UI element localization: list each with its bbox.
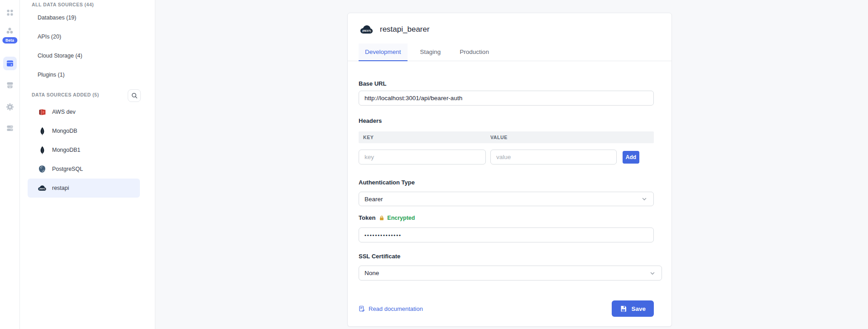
settings-icon[interactable] <box>3 100 17 114</box>
token-group: Token Encrypted •••••••••••••• <box>359 214 654 242</box>
header-value-input[interactable] <box>490 150 617 164</box>
data-sources-added-header: DATA SOURCES ADDED (5) <box>32 90 99 99</box>
sidebar-item-postgresql[interactable]: PostgreSQL <box>28 160 140 179</box>
encrypted-badge: Encrypted <box>379 215 415 221</box>
document-check-icon <box>359 305 365 312</box>
sidebar-item-plugins[interactable]: Plugins (1) <box>28 65 148 84</box>
server-icon <box>6 124 14 132</box>
grid-icon <box>6 9 14 16</box>
cluster-icon <box>6 27 14 34</box>
headers-label: Headers <box>359 117 382 124</box>
token-label-row: Token Encrypted <box>359 214 654 221</box>
sidebar-item-restapi[interactable]: {REST} restapi <box>28 179 140 198</box>
mongodb-icon <box>38 145 47 155</box>
auth-type-value: Bearer <box>364 196 383 203</box>
data-source-label: MongoDB <box>52 128 77 134</box>
tab-production[interactable]: Production <box>453 44 495 61</box>
header-kv-row: Add <box>359 150 654 164</box>
gear-icon <box>6 103 14 111</box>
added-data-sources-list: AWS dev MongoDB MongoDB1 <box>20 102 155 198</box>
aws-icon <box>38 107 47 116</box>
ssl-value: None <box>364 270 379 276</box>
category-label: APIs (20) <box>38 34 61 40</box>
save-label: Save <box>631 305 646 312</box>
sidebar-item-cloud-storage[interactable]: Cloud Storage (4) <box>28 46 148 65</box>
auth-type-group: Authentication Type Bearer <box>359 179 654 206</box>
value-column-header: VALUE <box>490 135 508 140</box>
chevron-down-icon <box>650 271 655 276</box>
search-button[interactable] <box>128 89 141 102</box>
data-source-config-panel: {REST} restapi_bearer Development Stagin… <box>347 13 672 327</box>
svg-text:{REST}: {REST} <box>39 188 45 190</box>
auth-type-select[interactable]: Bearer <box>359 192 654 206</box>
mongodb-icon <box>38 126 47 135</box>
category-list: Databases (19) APIs (20) Cloud Storage (… <box>20 8 155 84</box>
auth-type-label: Authentication Type <box>359 179 654 186</box>
sidebar-item-apis[interactable]: APIs (20) <box>28 27 148 46</box>
environment-tabs: Development Staging Production <box>348 44 671 61</box>
rest-api-icon: {REST} <box>38 184 47 193</box>
sidebar-item-mongodb[interactable]: MongoDB <box>28 121 140 140</box>
sidebar-item-aws-dev[interactable]: AWS dev <box>28 102 140 121</box>
workflows-icon[interactable] <box>3 24 17 38</box>
config-form: Base URL Headers KEY VALUE Add Authentic… <box>348 61 671 317</box>
storefront-icon <box>6 81 14 89</box>
panel-header: {REST} restapi_bearer <box>348 13 671 34</box>
header-key-input[interactable] <box>359 150 486 164</box>
ssl-certificate-label: SSL Certificate <box>359 253 654 260</box>
apps-icon[interactable] <box>3 6 17 19</box>
icon-rail: Beta <box>0 0 20 329</box>
data-sources-sidebar: ALL DATA SOURCES (44) Databases (19) API… <box>20 0 155 329</box>
marketplace-icon[interactable] <box>3 78 17 92</box>
base-url-group: Base URL <box>359 80 654 106</box>
category-label: Plugins (1) <box>38 72 65 78</box>
all-data-sources-header: ALL DATA SOURCES (44) <box>32 0 155 7</box>
save-button[interactable]: Save <box>612 300 654 317</box>
tab-staging[interactable]: Staging <box>414 44 447 61</box>
form-footer: Read documentation Save <box>359 300 654 317</box>
headers-group: Headers KEY VALUE Add <box>359 116 654 164</box>
encrypted-label: Encrypted <box>387 215 415 221</box>
data-source-label: PostgreSQL <box>52 166 83 172</box>
doc-link-label: Read documentation <box>369 305 423 312</box>
chevron-down-icon <box>642 196 647 202</box>
beta-badge: Beta <box>2 37 17 44</box>
rest-api-icon: {REST} <box>360 24 374 34</box>
database-icon[interactable] <box>3 121 17 135</box>
add-header-button[interactable]: Add <box>623 151 639 164</box>
data-sources-icon[interactable] <box>3 57 17 70</box>
page-title: restapi_bearer <box>380 25 430 34</box>
svg-text:{REST}: {REST} <box>362 29 371 32</box>
ssl-group: SSL Certificate None <box>359 253 654 281</box>
category-label: Cloud Storage (4) <box>38 53 82 59</box>
search-icon <box>131 92 138 99</box>
sidebar-item-mongodb1[interactable]: MongoDB1 <box>28 140 140 160</box>
save-icon <box>620 305 627 312</box>
drawer-icon <box>6 59 14 68</box>
key-column-header: KEY <box>359 135 490 140</box>
token-input[interactable]: •••••••••••••• <box>359 227 654 242</box>
read-documentation-link[interactable]: Read documentation <box>359 305 423 312</box>
base-url-label: Base URL <box>359 80 654 87</box>
headers-table-head: KEY VALUE <box>359 131 654 143</box>
data-source-label: restapi <box>52 185 69 191</box>
token-label: Token <box>359 214 375 221</box>
postgresql-icon <box>38 164 47 174</box>
lock-icon <box>379 215 384 221</box>
base-url-input[interactable] <box>359 91 654 106</box>
sidebar-item-databases[interactable]: Databases (19) <box>28 8 148 27</box>
ssl-certificate-select[interactable]: None <box>359 266 662 281</box>
data-source-label: MongoDB1 <box>52 147 81 153</box>
category-label: Databases (19) <box>38 15 76 21</box>
tab-development[interactable]: Development <box>359 44 408 61</box>
data-source-label: AWS dev <box>52 109 76 115</box>
